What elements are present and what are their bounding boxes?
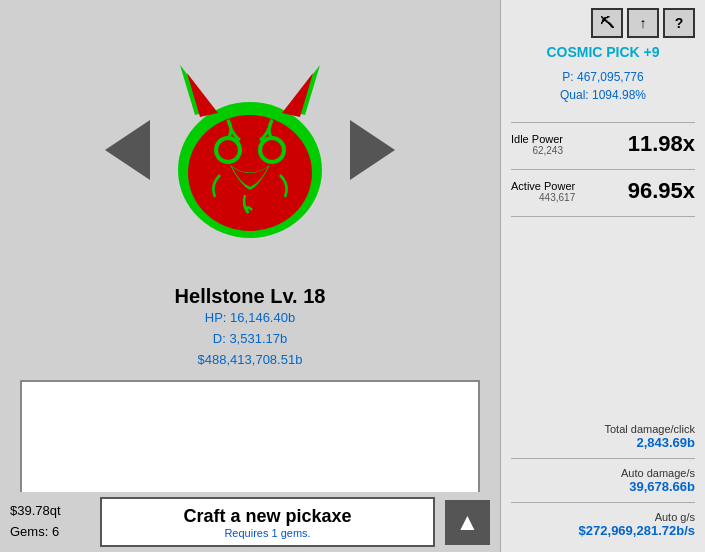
active-power-label: Active Power <box>511 180 575 192</box>
p-value: P: 467,095,776 <box>511 68 695 86</box>
monster-area <box>0 20 500 280</box>
svg-point-8 <box>218 140 238 160</box>
auto-damage-row: Auto damage/s 39,678.66b <box>511 467 695 494</box>
divider-2 <box>511 169 695 170</box>
monster-stats: HP: 16,146.40b D: 3,531.17b $488,413,708… <box>175 308 326 370</box>
upload-icon: ▲ <box>456 508 480 536</box>
auto-g-value: $272,969,281.72b/s <box>511 523 695 538</box>
divider-5 <box>511 502 695 503</box>
currency-display: $39.78qt <box>10 501 90 522</box>
auto-damage-value: 39,678.66b <box>511 479 695 494</box>
monster-container <box>150 50 350 250</box>
craft-pickaxe-button[interactable]: Craft a new pickaxe Requires 1 gems. <box>100 497 435 547</box>
idle-power-value: 11.98x <box>628 131 695 157</box>
qual-value: Qual: 1094.98% <box>511 86 695 104</box>
svg-point-9 <box>262 140 282 160</box>
craft-button-label: Craft a new pickaxe <box>183 506 351 527</box>
monster-image <box>160 55 340 245</box>
total-damage-label: Total damage/click <box>511 423 695 435</box>
left-panel: Hellstone Lv. 18 HP: 16,146.40b D: 3,531… <box>0 0 500 552</box>
monster-name: Hellstone Lv. 18 <box>175 285 326 308</box>
main-container: Hellstone Lv. 18 HP: 16,146.40b D: 3,531… <box>0 0 705 552</box>
help-icon-button[interactable]: ? <box>663 8 695 38</box>
active-power-small: 443,617 <box>511 192 575 203</box>
next-monster-arrow[interactable] <box>350 120 395 180</box>
idle-power-section: Idle Power 62,243 11.98x <box>511 131 695 157</box>
active-power-value: 96.95x <box>628 178 695 204</box>
auto-damage-label: Auto damage/s <box>511 467 695 479</box>
craft-button-sub: Requires 1 gems. <box>224 527 310 539</box>
right-panel: ⛏ ↑ ? COSMIC PICK +9 P: 467,095,776 Qual… <box>500 0 705 552</box>
cosmic-pick-title: COSMIC PICK +9 <box>511 44 695 60</box>
bottom-bar: $39.78qt Gems: 6 Craft a new pickaxe Req… <box>0 492 500 552</box>
idle-power-small: 62,243 <box>511 145 563 156</box>
upgrade-icon-button[interactable]: ↑ <box>627 8 659 38</box>
divider-4 <box>511 458 695 459</box>
divider-3 <box>511 216 695 217</box>
stat-pq: P: 467,095,776 Qual: 1094.98% <box>511 68 695 104</box>
monster-hp: HP: 16,146.40b <box>175 308 326 329</box>
idle-power-label-group: Idle Power 62,243 <box>511 133 563 156</box>
battle-log <box>20 380 480 510</box>
monster-damage: D: 3,531.17b <box>175 329 326 350</box>
gems-display: Gems: 6 <box>10 522 90 543</box>
active-power-section: Active Power 443,617 96.95x <box>511 178 695 204</box>
bottom-stats: Total damage/click 2,843.69b Auto damage… <box>511 423 695 544</box>
pickaxe-icon-button[interactable]: ⛏ <box>591 8 623 38</box>
top-icons: ⛏ ↑ ? <box>511 8 695 38</box>
prev-monster-arrow[interactable] <box>105 120 150 180</box>
upload-button[interactable]: ▲ <box>445 500 490 545</box>
currency-info: $39.78qt Gems: 6 <box>10 501 90 543</box>
total-damage-value: 2,843.69b <box>511 435 695 450</box>
divider-1 <box>511 122 695 123</box>
total-damage-row: Total damage/click 2,843.69b <box>511 423 695 450</box>
auto-g-label: Auto g/s <box>511 511 695 523</box>
active-power-label-group: Active Power 443,617 <box>511 180 575 203</box>
auto-g-row: Auto g/s $272,969,281.72b/s <box>511 511 695 538</box>
monster-info: Hellstone Lv. 18 HP: 16,146.40b D: 3,531… <box>175 285 326 370</box>
monster-gold: $488,413,708.51b <box>175 350 326 371</box>
idle-power-label: Idle Power <box>511 133 563 145</box>
